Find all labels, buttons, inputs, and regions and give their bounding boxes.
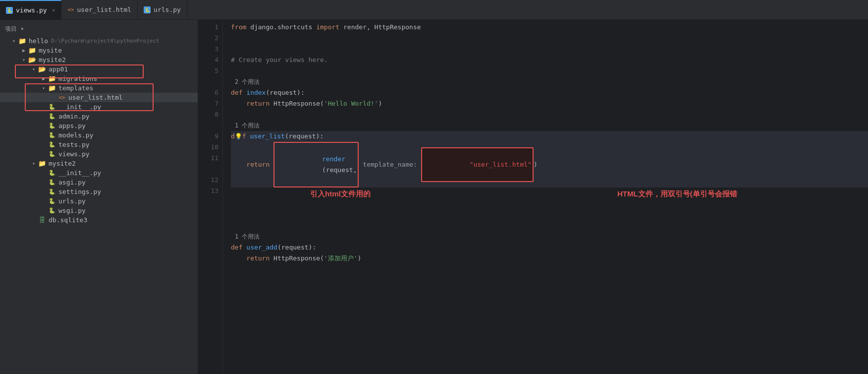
keyword-return-3: return bbox=[246, 253, 273, 264]
tree-item-asgi[interactable]: 🐍 asgi.py bbox=[0, 178, 198, 187]
code-line-13: return HttpResponse( '添加用户' ) bbox=[231, 253, 868, 264]
annotation-left: 引入html文件用的 bbox=[310, 188, 371, 199]
tree-label-mysite2-sub: mysite2 bbox=[49, 160, 76, 167]
main-layout: 项目 ▾ ▾ 📁 hello D:\Pycharm\project4\pytho… bbox=[0, 20, 868, 374]
html-icon: <> bbox=[67, 6, 74, 13]
line-numbers: 1 2 3 4 5 6 7 8 9 10 11 12 13 bbox=[198, 20, 223, 374]
expand-mysite2-sub: ▾ bbox=[30, 161, 38, 166]
paren-req-1: (request): bbox=[266, 87, 304, 98]
tree-label-app01: app01 bbox=[49, 65, 68, 73]
expand-migrations: ▶ bbox=[40, 76, 48, 81]
tree-item-admin[interactable]: 🐍 admin.py bbox=[0, 112, 198, 121]
code-line-3 bbox=[231, 44, 868, 55]
tree-item-settings[interactable]: 🐍 settings.py bbox=[0, 187, 198, 196]
str-user-list: "user_list.html" bbox=[470, 161, 532, 168]
project-header-label: 项目 ▾ bbox=[5, 25, 24, 33]
tree-label-hello: hello bbox=[29, 37, 48, 45]
tree-item-user-list-html[interactable]: <> user_list.html bbox=[0, 93, 198, 102]
tree-item-app01[interactable]: ▾ 📂 app01 bbox=[0, 64, 198, 74]
template-name-kw: template_name: bbox=[359, 159, 421, 170]
usage-hint-2: 1 个用法 bbox=[231, 120, 868, 131]
tree-item-apps[interactable]: 🐍 apps.py bbox=[0, 121, 198, 130]
emoji-9: 💡 bbox=[235, 131, 242, 142]
tree-label-views-app: views.py bbox=[58, 150, 90, 158]
str-hello-world: 'Hello World!' bbox=[324, 98, 379, 109]
code-content: from django.shortcuts import render, Htt… bbox=[223, 20, 868, 374]
tree-item-init[interactable]: 🐍 __init__.py bbox=[0, 102, 198, 112]
tree-label-mysite: mysite bbox=[39, 47, 62, 54]
code-line-8 bbox=[231, 109, 868, 120]
keyword-def-2b: f bbox=[242, 131, 250, 142]
code-line-11: 引入html文件用的 HTML文件，用双引号(单引号会报错 bbox=[231, 187, 868, 231]
tree-item-models[interactable]: 🐍 models.py bbox=[0, 130, 198, 140]
close-3: ) bbox=[358, 253, 362, 264]
tree-item-init2[interactable]: 🐍 __init__.py bbox=[0, 168, 198, 178]
url-py-icon: 🐍 bbox=[144, 6, 151, 13]
tree-label-apps: apps.py bbox=[58, 122, 86, 129]
code-editor[interactable]: 1 2 3 4 5 6 7 8 9 10 11 12 13 bbox=[198, 20, 868, 374]
tab-urls-py[interactable]: 🐍 urls.py bbox=[138, 0, 187, 20]
expand-mysite2-root: ▾ bbox=[20, 57, 28, 62]
annotation-right: HTML文件，用双引号(单引号会报错 bbox=[617, 188, 737, 199]
comment-text: # Create your views here. bbox=[231, 55, 328, 65]
render-box: render (request, bbox=[273, 142, 359, 187]
html-file-icon: <> bbox=[57, 94, 66, 101]
keyword-from: from bbox=[231, 22, 250, 33]
path-label: D:\Pycharm\project4\pythonProject bbox=[51, 38, 160, 44]
tree-label-templates: templates bbox=[58, 84, 93, 92]
string-user-list-box: "user_list.html" bbox=[421, 147, 534, 182]
code-line-1: from django.shortcuts import render, Htt… bbox=[231, 22, 868, 33]
code-line-5 bbox=[231, 65, 868, 76]
folder-icon-migrations: 📁 bbox=[48, 75, 56, 82]
tree-item-db[interactable]: 🗄 db.sqlite3 bbox=[0, 215, 198, 225]
py-file-icon-models: 🐍 bbox=[48, 132, 56, 138]
close-icon[interactable]: ✕ bbox=[52, 7, 55, 13]
tree-item-mysite2-sub[interactable]: ▾ 📁 mysite2 bbox=[0, 159, 198, 168]
tab-views-py[interactable]: 🐍 views.py ✕ bbox=[0, 0, 61, 20]
project-header[interactable]: 项目 ▾ bbox=[0, 22, 198, 36]
tree-label-tests: tests.py bbox=[58, 141, 90, 148]
tab-urls-label: urls.py bbox=[154, 6, 181, 13]
keyword-def-2: d bbox=[231, 131, 235, 142]
tree-item-urls[interactable]: 🐍 urls.py bbox=[0, 196, 198, 206]
usage-hint-3: 1 个用法 bbox=[231, 231, 868, 242]
keyword-return-2: return bbox=[246, 159, 273, 170]
code-line-6: def index (request): bbox=[231, 87, 868, 98]
tree-label-user-list: user_list.html bbox=[68, 94, 123, 101]
tree-item-mysite2-root[interactable]: ▾ 📂 mysite2 bbox=[0, 55, 198, 64]
tab-user-list-label: user_list.html bbox=[77, 6, 132, 13]
py-file-icon-init2: 🐍 bbox=[48, 170, 56, 176]
py-file-icon-init: 🐍 bbox=[48, 104, 56, 110]
httpresp-1: HttpResponse( bbox=[273, 98, 324, 109]
tree-item-wsgi[interactable]: 🐍 wsgi.py bbox=[0, 206, 198, 215]
paren-req-2: (request): bbox=[285, 131, 324, 142]
tab-user-list-html[interactable]: <> user_list.html bbox=[61, 0, 138, 20]
func-render: render bbox=[322, 155, 345, 163]
expand-mysite: ▶ bbox=[20, 48, 28, 53]
code-line-7: return HttpResponse( 'Hello World!' ) bbox=[231, 98, 868, 109]
tree-item-tests[interactable]: 🐍 tests.py bbox=[0, 140, 198, 149]
close-1: ) bbox=[378, 98, 382, 109]
tree-item-views-app[interactable]: 🐍 views.py bbox=[0, 149, 198, 159]
import-names: render, HttpResponse bbox=[343, 22, 421, 33]
keyword-return-1: return bbox=[246, 98, 273, 109]
code-line-9: d💡f user_list (request): bbox=[231, 131, 868, 142]
py-file-icon-tests: 🐍 bbox=[48, 141, 56, 148]
code-line-12: def user_add (request): bbox=[231, 242, 868, 253]
tree-item-mysite[interactable]: ▶ 📁 mysite bbox=[0, 46, 198, 55]
py-file-icon-settings: 🐍 bbox=[48, 188, 56, 195]
folder-icon-templates: 📁 bbox=[48, 84, 56, 92]
tree-label-settings: settings.py bbox=[58, 188, 101, 195]
keyword-def-1: def bbox=[231, 87, 246, 98]
tree-item-templates[interactable]: ▾ 📁 templates bbox=[0, 83, 198, 93]
sidebar: 项目 ▾ ▾ 📁 hello D:\Pycharm\project4\pytho… bbox=[0, 20, 198, 374]
httpresp-3: HttpResponse( bbox=[273, 253, 324, 264]
tree-label-db: db.sqlite3 bbox=[49, 216, 87, 224]
tree-label-wsgi: wsgi.py bbox=[58, 207, 86, 214]
tree-item-hello[interactable]: ▾ 📁 hello D:\Pycharm\project4\pythonProj… bbox=[0, 36, 198, 46]
py-file-icon-asgi: 🐍 bbox=[48, 179, 56, 186]
tree-item-migrations[interactable]: ▶ 📁 migrations bbox=[0, 74, 198, 83]
file-tree: ▾ 📁 hello D:\Pycharm\project4\pythonProj… bbox=[0, 36, 198, 225]
folder-icon-mysite2-sub: 📁 bbox=[38, 160, 47, 167]
expand-app01: ▾ bbox=[30, 66, 38, 72]
